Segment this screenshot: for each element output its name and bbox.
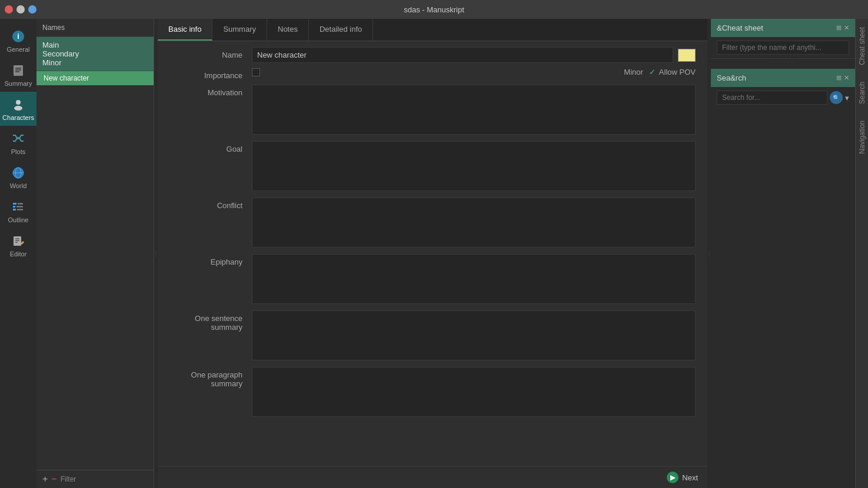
importance-checkbox[interactable] — [252, 68, 260, 76]
minor-label: Minor — [624, 68, 643, 76]
search-icons: ⊞ ✕ — [836, 74, 849, 82]
conflict-input[interactable] — [252, 198, 696, 248]
color-swatch[interactable] — [678, 49, 696, 62]
svg-text:i: i — [17, 32, 19, 41]
svg-point-6 — [16, 100, 21, 105]
maximize-button[interactable] — [28, 5, 36, 14]
importance-row: Importance Minor ✓ Allow POV — [169, 68, 696, 80]
sidebar-label-plots: Plots — [11, 148, 25, 155]
conflict-row: Conflict — [169, 198, 696, 249]
search-dropdown[interactable]: ▾ — [845, 93, 849, 102]
svg-point-7 — [14, 106, 22, 111]
svg-rect-12 — [13, 203, 16, 205]
vtab-cheat-sheet[interactable]: Cheat sheet — [856, 19, 868, 73]
sidebar-item-characters[interactable]: Characters — [0, 92, 36, 126]
svg-point-8 — [17, 137, 19, 139]
motivation-row: Motivation — [169, 85, 696, 136]
cheat-sheet-title: &Cheat sheet — [717, 24, 763, 32]
char-item-new-character[interactable]: New character — [36, 71, 154, 85]
svg-rect-14 — [13, 209, 16, 210]
char-panel-footer: + − Filter — [36, 470, 154, 488]
next-button[interactable]: ▶ Next — [667, 472, 698, 483]
sidebar-item-summary[interactable]: Summary — [0, 58, 36, 92]
next-label: Next — [682, 473, 698, 482]
vtab-search[interactable]: Search — [856, 73, 868, 112]
goal-field — [252, 141, 696, 193]
one-paragraph-field — [252, 367, 696, 419]
tab-detailed-info[interactable]: Detailed info — [309, 19, 373, 41]
cheat-sheet-filter-input[interactable] — [717, 41, 849, 55]
next-icon: ▶ — [667, 472, 679, 483]
goal-row: Goal — [169, 141, 696, 193]
form-content: Name Importance Minor ✓ Allow POV — [158, 41, 707, 466]
sidebar-label-characters: Characters — [2, 114, 34, 121]
sidebar-item-world[interactable]: World — [0, 160, 36, 194]
conflict-field — [252, 198, 696, 249]
sidebar-label-summary: Summary — [4, 80, 32, 87]
one-sentence-field — [252, 310, 696, 362]
right-container: &Cheat sheet ⊞ ✕ · · · · · · Sea&rch ⊞ — [711, 19, 868, 488]
cheat-sheet-icons: ⊞ ✕ — [836, 24, 849, 32]
conflict-label: Conflict — [169, 198, 252, 210]
search-title: Sea&rch — [717, 73, 746, 82]
svg-rect-13 — [13, 206, 15, 208]
importance-label: Importance — [169, 68, 252, 80]
search-panel: Sea&rch ⊞ ✕ 🔍 ▾ — [711, 69, 855, 108]
search-icon2[interactable]: ✕ — [844, 74, 849, 82]
search-icon1[interactable]: ⊞ — [836, 74, 842, 82]
remove-character-button[interactable]: − — [51, 474, 56, 484]
cheat-sheet-icon2[interactable]: ✕ — [844, 24, 849, 32]
filter-label: Filter — [61, 475, 77, 483]
sidebar-item-plots[interactable]: Plots — [0, 126, 36, 160]
search-header: Sea&rch ⊞ ✕ — [711, 69, 855, 87]
sidebar-label-general: General — [6, 46, 29, 53]
one-sentence-row: One sentence summary — [169, 310, 696, 362]
epiphany-input[interactable] — [252, 254, 696, 304]
motivation-input[interactable] — [252, 85, 696, 135]
cheat-sheet-icon1[interactable]: ⊞ — [836, 24, 842, 32]
main-layout: i General Summary — [0, 19, 868, 488]
epiphany-label: Epiphany — [169, 254, 252, 266]
char-list: MainSecondaryMinor New character — [36, 37, 154, 470]
allow-pov-label: Allow POV — [659, 68, 696, 76]
epiphany-field — [252, 254, 696, 306]
search-button-icon: 🔍 — [833, 95, 840, 101]
editor-icon — [10, 233, 26, 249]
one-sentence-input[interactable] — [252, 310, 696, 360]
vtab-navigation[interactable]: Navigation — [856, 112, 868, 162]
epiphany-row: Epiphany — [169, 254, 696, 306]
minimize-button[interactable] — [16, 5, 25, 14]
cheat-sheet-header: &Cheat sheet ⊞ ✕ — [711, 19, 855, 37]
motivation-field — [252, 85, 696, 136]
search-row: 🔍 ▾ — [711, 87, 855, 108]
document-icon — [10, 62, 26, 79]
right-panels: &Cheat sheet ⊞ ✕ · · · · · · Sea&rch ⊞ — [711, 19, 855, 488]
globe-icon — [10, 165, 26, 181]
name-field — [252, 47, 696, 63]
sidebar-item-outline[interactable]: Outline — [0, 194, 36, 228]
svg-rect-2 — [14, 65, 23, 76]
name-input[interactable] — [252, 47, 673, 63]
one-paragraph-input[interactable] — [252, 367, 696, 417]
app-title: sdas - Manuskript — [404, 5, 464, 14]
one-paragraph-label: One paragraph summary — [169, 367, 252, 388]
name-row: Name — [169, 47, 696, 63]
panel-separator: · · · · · · — [711, 59, 855, 66]
search-input[interactable] — [717, 91, 827, 105]
goal-label: Goal — [169, 141, 252, 153]
icon-sidebar: i General Summary — [0, 19, 36, 488]
sidebar-item-general[interactable]: i General — [0, 24, 36, 58]
goal-input[interactable] — [252, 141, 696, 191]
sidebar-item-editor[interactable]: Editor — [0, 228, 36, 262]
importance-field: Minor ✓ Allow POV — [252, 68, 696, 76]
cheat-sheet-filter — [711, 37, 855, 58]
window-controls — [5, 5, 36, 14]
search-button[interactable]: 🔍 — [830, 91, 843, 104]
close-button[interactable] — [5, 5, 13, 14]
char-panel-header: Names — [36, 19, 154, 37]
tab-notes[interactable]: Notes — [267, 19, 309, 41]
tab-summary[interactable]: Summary — [212, 19, 267, 41]
add-character-button[interactable]: + — [42, 474, 48, 484]
tab-basic-info[interactable]: Basic info — [158, 19, 212, 41]
info-icon: i — [10, 28, 26, 45]
